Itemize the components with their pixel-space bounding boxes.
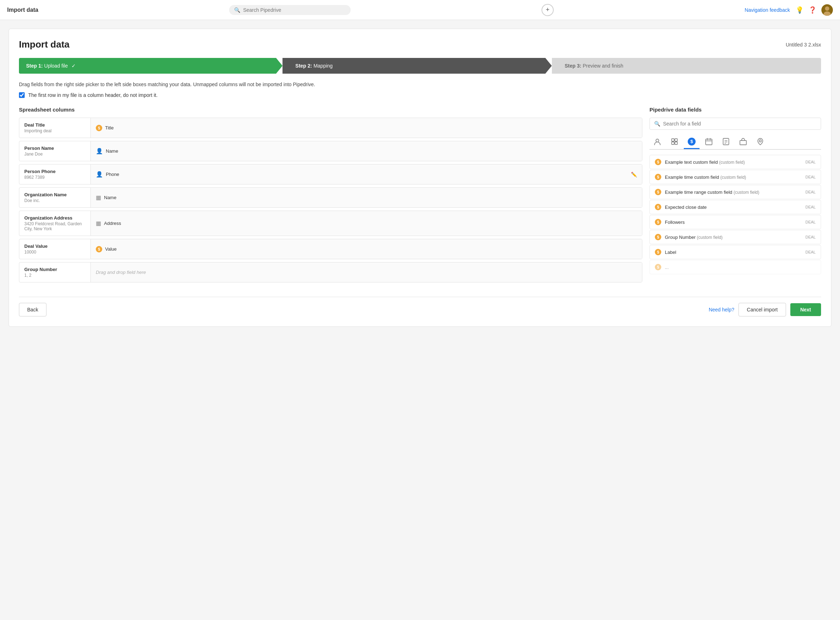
col-right: $ Value <box>91 239 642 259</box>
right-pane-title: Pipedrive data fields <box>649 107 821 113</box>
svg-point-1 <box>825 6 829 11</box>
page-header: Import data Untitled 3 2.xlsx <box>19 39 821 50</box>
field-item-name: Example time custom field (custom field) <box>665 175 802 180</box>
search-icon: 🔍 <box>234 7 240 13</box>
col-left: Person Phone 8962 7389 <box>19 164 91 184</box>
tab-icons-row: $ <box>649 135 821 150</box>
list-item[interactable]: $ Expected close date DEAL <box>649 200 821 214</box>
field-name: Value <box>105 246 117 252</box>
col-value: Jane Doe <box>24 152 86 157</box>
field-list: $ Example text custom field (custom fiel… <box>649 155 821 274</box>
col-right: 👤 Name <box>91 141 642 161</box>
col-left: Person Name Jane Doe <box>19 141 91 161</box>
svg-rect-16 <box>740 140 746 145</box>
drag-placeholder: Drag and drop field here <box>96 269 146 275</box>
field-name: Phone <box>106 172 119 177</box>
col-right: ▦ Address <box>91 211 642 236</box>
tab-deal[interactable]: $ <box>684 135 700 149</box>
col-right: ▦ Name <box>91 188 642 208</box>
need-help-link[interactable]: Need help? <box>709 307 735 313</box>
col-label: Deal Title <box>24 122 86 128</box>
table-row: Person Name Jane Doe 👤 Name <box>19 141 642 161</box>
search-bar: 🔍 <box>229 5 351 15</box>
list-item[interactable]: $ Followers DEAL <box>649 215 821 229</box>
col-label: Deal Value <box>24 244 86 249</box>
tab-person[interactable] <box>649 135 665 149</box>
col-right: 👤 Phone ✏️ <box>91 164 642 184</box>
list-item[interactable]: $ ... <box>649 260 821 274</box>
tab-product[interactable] <box>735 135 751 149</box>
deal-icon: $ <box>655 174 661 180</box>
deal-icon: $ <box>655 264 661 270</box>
list-item[interactable]: $ Example text custom field (custom fiel… <box>649 155 821 169</box>
field-name: Name <box>106 148 118 154</box>
person-icon: 👤 <box>96 171 103 178</box>
checkbox-row: The first row in my file is a column hea… <box>19 92 821 98</box>
tab-calendar[interactable] <box>701 135 717 149</box>
col-value: 1, 2 <box>24 273 86 278</box>
page-title: Import data <box>19 39 70 50</box>
col-value: 10000 <box>24 250 86 254</box>
checkbox-label: The first row in my file is a column hea… <box>28 92 158 98</box>
col-label: Group Number <box>24 267 86 272</box>
list-item[interactable]: $ Label DEAL <box>649 245 821 259</box>
avatar[interactable] <box>821 4 833 16</box>
nav-icons: 💡 ❓ <box>796 4 833 16</box>
field-item-name: Followers <box>665 220 802 225</box>
svg-rect-12 <box>723 138 729 145</box>
field-search-input[interactable] <box>663 121 816 126</box>
field-tag: DEAL <box>805 175 816 179</box>
table-row: Organization Name Doe inc. ▦ Name <box>19 187 642 208</box>
list-item[interactable]: $ Example time custom field (custom fiel… <box>649 170 821 184</box>
step-3-label: Step 3: <box>565 63 583 69</box>
mapping-container: Spreadsheet columns Deal Title Importing… <box>19 107 821 285</box>
search-icon: 🔍 <box>654 121 660 126</box>
list-item[interactable]: $ Example time range custom field (custo… <box>649 185 821 199</box>
left-pane-title: Spreadsheet columns <box>19 107 642 113</box>
help-icon[interactable]: ❓ <box>808 6 816 14</box>
field-tag: DEAL <box>805 250 816 254</box>
app-title: Import data <box>7 7 38 13</box>
svg-point-17 <box>759 140 761 142</box>
add-button[interactable]: + <box>541 4 554 16</box>
step-1-name: Upload file <box>44 63 68 69</box>
edit-icon[interactable]: ✏️ <box>631 172 637 178</box>
field-tag: DEAL <box>805 160 816 164</box>
deal-icon: $ <box>655 159 661 165</box>
search-input[interactable] <box>243 7 346 13</box>
nav-feedback-link[interactable]: Navigation feedback <box>745 7 790 13</box>
next-button[interactable]: Next <box>790 303 821 316</box>
back-button[interactable]: Back <box>19 303 47 316</box>
svg-rect-5 <box>675 139 677 141</box>
list-item[interactable]: $ Group Number (custom field) DEAL <box>649 230 821 244</box>
field-item-name: Expected close date <box>665 205 802 210</box>
tab-location[interactable] <box>753 135 768 149</box>
col-value: Importing deal <box>24 128 86 133</box>
deal-icon: $ <box>655 189 661 195</box>
field-tag: DEAL <box>805 190 816 194</box>
dollar-icon: $ <box>96 246 102 253</box>
table-row: Group Number 1, 2 Drag and drop field he… <box>19 262 642 283</box>
org-icon: ▦ <box>96 220 101 227</box>
tab-org[interactable] <box>667 135 682 149</box>
field-item-name: Group Number (custom field) <box>665 235 802 240</box>
import-card: Import data Untitled 3 2.xlsx Step 1: Up… <box>9 29 831 327</box>
col-left: Deal Title Importing deal <box>19 118 91 138</box>
field-item-name: Label <box>665 250 802 255</box>
tab-note[interactable] <box>718 135 734 149</box>
svg-rect-7 <box>675 142 677 144</box>
header-checkbox[interactable] <box>19 92 25 98</box>
field-item-name: ... <box>665 265 816 270</box>
col-left: Organization Address 3420 Fieldcrest Roa… <box>19 211 91 236</box>
lightbulb-icon[interactable]: 💡 <box>796 6 804 14</box>
field-name: Title <box>105 125 114 131</box>
field-name: Name <box>104 195 117 200</box>
drop-zone[interactable]: Drag and drop field here <box>91 262 642 282</box>
field-tag: DEAL <box>805 235 816 239</box>
step-2: Step 2: Mapping <box>283 58 551 74</box>
bottom-bar: Back Need help? Cancel import Next <box>19 297 821 316</box>
cancel-button[interactable]: Cancel import <box>738 303 786 316</box>
field-item-name: Example time range custom field (custom … <box>665 190 802 195</box>
org-icon: ▦ <box>96 194 101 201</box>
field-tag: DEAL <box>805 205 816 209</box>
